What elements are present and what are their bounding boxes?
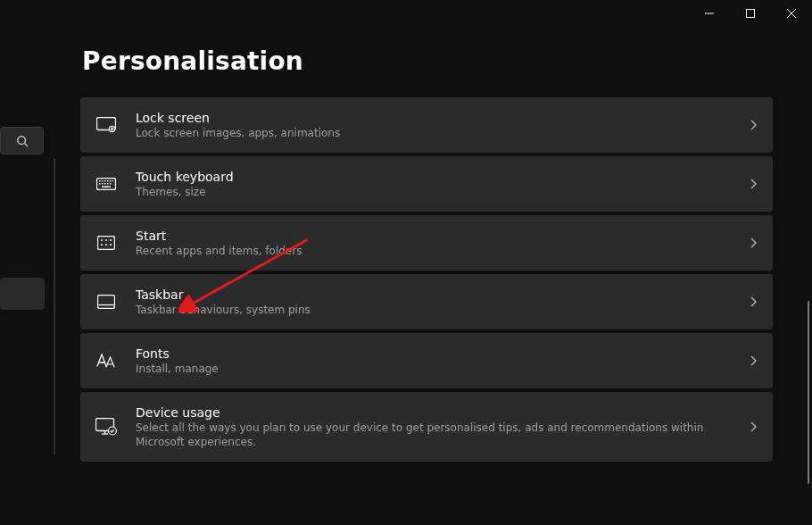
svg-point-21 (110, 239, 112, 241)
start-menu-icon (97, 236, 115, 250)
svg-point-1 (17, 136, 25, 144)
device-usage-icon (95, 418, 117, 436)
divider-line (54, 158, 55, 454)
svg-rect-18 (98, 237, 115, 250)
svg-rect-0 (747, 10, 755, 18)
chevron-right-icon (750, 355, 757, 366)
row-touch-keyboard[interactable]: Touch keyboard Themes, size (80, 156, 773, 212)
chevron-right-icon (750, 120, 757, 130)
search-icon (16, 135, 29, 147)
svg-point-23 (105, 244, 107, 246)
svg-rect-17 (102, 187, 111, 188)
main-content: Personalisation Lock screen Lock screen … (80, 46, 785, 511)
fonts-icon (95, 353, 117, 369)
svg-rect-7 (102, 180, 104, 182)
row-lock-screen[interactable]: Lock screen Lock screen images, apps, an… (80, 97, 773, 153)
window-controls (689, 0, 812, 29)
chevron-right-icon (750, 238, 757, 248)
row-desc: Recent apps and items, folders (136, 245, 733, 259)
taskbar-icon (97, 295, 115, 309)
scrollbar-thumb[interactable] (808, 301, 809, 484)
svg-rect-12 (99, 183, 101, 185)
page-title: Personalisation (82, 46, 785, 76)
search-button[interactable] (0, 127, 44, 154)
row-title: Start (136, 228, 733, 244)
row-title: Taskbar (136, 287, 733, 303)
row-title: Fonts (136, 346, 733, 362)
row-device-usage[interactable]: Device usage Select all the ways you pla… (80, 392, 773, 462)
row-desc: Taskbar behaviours, system pins (136, 304, 733, 318)
svg-rect-13 (102, 183, 104, 185)
row-title: Touch keyboard (136, 169, 733, 185)
svg-rect-11 (112, 180, 113, 182)
keyboard-icon (96, 178, 116, 190)
svg-rect-15 (107, 183, 109, 185)
row-title: Device usage (136, 404, 733, 421)
maximize-button[interactable] (730, 0, 771, 27)
svg-point-20 (105, 239, 107, 241)
svg-rect-10 (110, 180, 112, 182)
row-fonts[interactable]: Fonts Install, manage (80, 333, 773, 388)
chevron-right-icon (750, 296, 757, 307)
row-title: Lock screen (136, 110, 733, 126)
svg-rect-6 (99, 180, 101, 182)
left-rail (0, 0, 45, 525)
svg-rect-14 (104, 183, 106, 185)
row-desc: Themes, size (136, 186, 733, 200)
settings-list: Lock screen Lock screen images, apps, an… (80, 97, 773, 462)
svg-point-19 (101, 239, 103, 241)
row-desc: Install, manage (136, 362, 733, 377)
minimize-button[interactable] (689, 0, 730, 27)
row-taskbar[interactable]: Taskbar Taskbar behaviours, system pins (80, 274, 773, 329)
svg-point-22 (101, 244, 103, 246)
row-desc: Lock screen images, apps, animations (136, 127, 733, 141)
row-start[interactable]: Start Recent apps and items, folders (80, 215, 773, 271)
svg-rect-16 (110, 183, 112, 185)
chevron-right-icon (750, 179, 757, 189)
chevron-right-icon (750, 421, 757, 432)
close-button[interactable] (771, 0, 812, 27)
svg-rect-9 (107, 180, 109, 182)
nav-selected-item[interactable] (0, 278, 45, 310)
svg-point-24 (110, 244, 112, 246)
row-desc: Select all the ways you plan to use your… (136, 421, 733, 449)
svg-rect-25 (98, 296, 115, 309)
lock-screen-icon (96, 117, 116, 133)
svg-rect-8 (104, 180, 106, 182)
